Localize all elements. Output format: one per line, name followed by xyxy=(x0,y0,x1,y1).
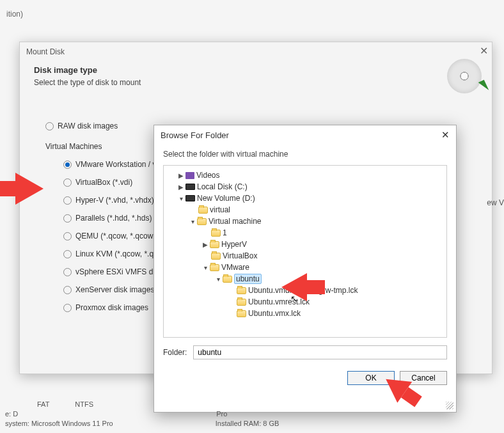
tree-ubuntu-lck-3[interactable]: Ubuntu.vmx.lck xyxy=(248,309,301,318)
mount-heading: Disk image type xyxy=(34,65,97,75)
close-icon[interactable]: ✕ xyxy=(441,129,450,141)
radio-vmware-label: VMware Workstation / vSp xyxy=(75,160,166,169)
tree-ubuntu[interactable]: ubuntu xyxy=(234,274,262,284)
close-icon[interactable]: ✕ xyxy=(480,45,488,57)
status-pro: Pro xyxy=(216,410,227,418)
drive-icon xyxy=(185,195,195,201)
radio-parallels[interactable] xyxy=(63,214,72,223)
chevron-right-icon[interactable]: ▶ xyxy=(177,184,185,191)
folder-icon xyxy=(197,218,207,225)
status-fat: FAT xyxy=(37,400,49,408)
browse-prompt: Select the folder with virtual machine xyxy=(154,145,456,165)
tree-virtual-machine[interactable]: Virtual machine xyxy=(209,217,262,226)
radio-xenserver-label: XenServer disk images xyxy=(75,285,154,294)
chevron-down-icon[interactable]: ▾ xyxy=(177,195,185,202)
mount-dialog-title: Mount Disk xyxy=(26,47,65,56)
radio-qemu[interactable] xyxy=(63,232,72,240)
chevron-down-icon[interactable]: ▾ xyxy=(201,264,210,271)
status-system: system: Microsoft Windows 11 Pro xyxy=(5,420,113,427)
radio-proxmox-label: Proxmox disk images xyxy=(75,303,148,312)
folder-label: Folder: xyxy=(163,348,187,357)
status-bar: FAT NTFS e: D Pro system: Microsoft Wind… xyxy=(0,396,504,433)
folder-icon xyxy=(210,264,219,271)
radio-kvm[interactable] xyxy=(63,250,72,258)
browse-folder-dialog: Browse For Folder ✕ Select the folder wi… xyxy=(154,125,457,413)
cursor-icon: ↖ xyxy=(290,294,298,304)
tree-new-volume-d[interactable]: New Volume (D:) xyxy=(197,194,255,203)
disc-arrow-icon xyxy=(478,80,489,93)
folder-icon xyxy=(198,207,208,214)
folder-icon xyxy=(210,241,219,248)
radio-xenserver[interactable] xyxy=(63,286,72,294)
background-title-fragment: ition) xyxy=(0,10,23,19)
tree-videos[interactable]: Videos xyxy=(196,171,219,180)
videos-icon xyxy=(185,172,194,179)
radio-virtualbox[interactable] xyxy=(63,178,72,187)
tree-local-c[interactable]: Local Disk (C:) xyxy=(197,182,248,191)
radio-raw[interactable] xyxy=(45,122,54,130)
radio-hyperv[interactable] xyxy=(63,196,72,205)
folder-icon xyxy=(211,230,221,237)
folder-icon xyxy=(223,276,232,283)
chevron-right-icon[interactable]: ▶ xyxy=(201,241,210,248)
status-ntfs: NTFS xyxy=(75,400,93,408)
tree-folder-1[interactable]: 1 xyxy=(223,228,227,237)
chevron-down-icon[interactable]: ▾ xyxy=(188,218,197,225)
chevron-down-icon[interactable]: ▾ xyxy=(214,276,223,283)
tree-virtual[interactable]: virtual xyxy=(210,205,230,214)
drive-icon xyxy=(185,184,195,190)
folder-icon xyxy=(237,310,246,317)
disc-icon xyxy=(447,59,482,93)
radio-proxmox[interactable] xyxy=(63,304,72,312)
folder-tree[interactable]: ▶ Videos ▶ Local Disk (C:) ▾ New Volume … xyxy=(163,165,447,338)
chevron-right-icon[interactable]: ▶ xyxy=(177,172,185,179)
folder-input[interactable] xyxy=(193,345,447,359)
radio-virtualbox-label: VirtualBox (*.vdi) xyxy=(75,178,132,187)
folder-icon xyxy=(237,287,246,294)
radio-vmware[interactable] xyxy=(63,161,72,169)
tree-virtualbox[interactable]: VirtualBox xyxy=(223,251,257,260)
status-ram: Installed RAM: 8 GB xyxy=(216,420,280,427)
folder-icon xyxy=(211,253,221,260)
radio-raw-label: RAW disk images xyxy=(58,122,118,130)
radio-kvm-label: Linux KVM (*.qcow, *.qco xyxy=(75,249,162,258)
annotation-arrow-icon xyxy=(15,173,43,205)
mount-subheading: Select the type of disk to mount xyxy=(34,78,141,87)
radio-parallels-label: Parallels (*.hdd, *.hds) xyxy=(75,214,152,223)
tree-vmware[interactable]: VMware xyxy=(221,263,249,272)
background-newv-fragment: ew V xyxy=(487,198,504,207)
browse-dialog-title: Browse For Folder xyxy=(161,130,229,140)
tree-hyperv[interactable]: HyperV xyxy=(221,240,247,249)
radio-esxi[interactable] xyxy=(63,268,72,276)
radio-hyperv-label: Hyper-V (*.vhd, *.vhdx) xyxy=(75,196,154,205)
radio-qemu-label: QEMU (*.qcow, *.qcow2, xyxy=(75,232,159,240)
status-drive: e: D xyxy=(5,410,18,418)
folder-icon xyxy=(237,299,246,306)
